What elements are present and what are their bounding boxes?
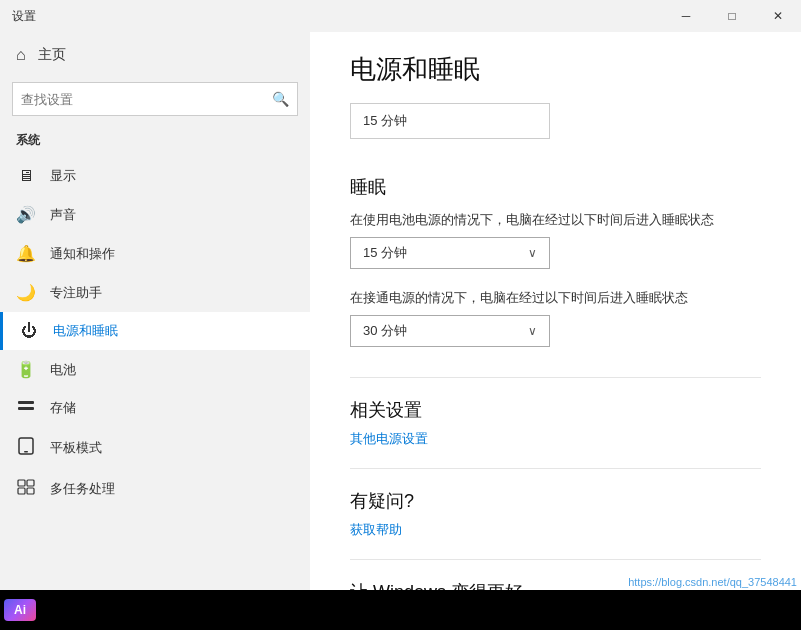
battery-sleep-chevron-icon: ∨ <box>528 246 537 260</box>
battery-icon: 🔋 <box>16 360 36 379</box>
svg-rect-4 <box>18 480 25 486</box>
main-container: 主页 🔍 系统 🖥 显示 🔊 声音 🔔 通知和操作 🌙 专注助手 ⏻ 电源和睡眠 <box>0 32 801 590</box>
plugged-sleep-value: 30 分钟 <box>363 322 407 340</box>
get-help-link[interactable]: 获取帮助 <box>350 521 761 539</box>
sound-icon: 🔊 <box>16 205 36 224</box>
battery-sleep-desc: 在使用电池电源的情况下，电脑在经过以下时间后进入睡眠状态 <box>350 211 761 229</box>
svg-rect-6 <box>18 488 25 494</box>
battery-sleep-dropdown[interactable]: 15 分钟 ∨ <box>350 237 550 269</box>
sidebar: 主页 🔍 系统 🖥 显示 🔊 声音 🔔 通知和操作 🌙 专注助手 ⏻ 电源和睡眠 <box>0 32 310 590</box>
svg-rect-7 <box>27 488 34 494</box>
sidebar-item-power[interactable]: ⏻ 电源和睡眠 <box>0 312 310 350</box>
sidebar-item-notif-label: 通知和操作 <box>50 245 115 263</box>
svg-rect-5 <box>27 480 34 486</box>
storage-icon <box>16 399 36 417</box>
faq-title: 有疑问? <box>350 489 761 513</box>
page-title: 电源和睡眠 <box>350 52 761 87</box>
plugged-sleep-desc: 在接通电源的情况下，电脑在经过以下时间后进入睡眠状态 <box>350 289 761 307</box>
focus-icon: 🌙 <box>16 283 36 302</box>
svg-rect-1 <box>18 407 34 410</box>
sidebar-item-display-label: 显示 <box>50 167 76 185</box>
display-icon: 🖥 <box>16 167 36 185</box>
sidebar-item-power-label: 电源和睡眠 <box>53 322 118 340</box>
sidebar-item-home[interactable]: 主页 <box>0 32 310 78</box>
sidebar-item-multitask[interactable]: 多任务处理 <box>0 469 310 509</box>
taskbar: Ai <box>0 590 801 630</box>
sidebar-item-notif[interactable]: 🔔 通知和操作 <box>0 234 310 273</box>
close-button[interactable]: ✕ <box>755 0 801 32</box>
sidebar-item-tablet[interactable]: 平板模式 <box>0 427 310 469</box>
sidebar-item-battery-label: 电池 <box>50 361 76 379</box>
divider-2 <box>350 468 761 469</box>
sidebar-item-sound[interactable]: 🔊 声音 <box>0 195 310 234</box>
sidebar-item-display[interactable]: 🖥 显示 <box>0 157 310 195</box>
search-icon: 🔍 <box>272 91 289 107</box>
sidebar-item-battery[interactable]: 🔋 电池 <box>0 350 310 389</box>
battery-sleep-value: 15 分钟 <box>363 244 407 262</box>
related-settings-title: 相关设置 <box>350 398 761 422</box>
content-area: 电源和睡眠 15 分钟 睡眠 在使用电池电源的情况下，电脑在经过以下时间后进入睡… <box>310 32 801 590</box>
improve-title: 让 Windows 变得更好 <box>350 580 761 590</box>
search-input[interactable] <box>21 92 272 107</box>
window-controls: ─ □ ✕ <box>663 0 801 32</box>
section-label: 系统 <box>0 128 310 157</box>
svg-rect-3 <box>24 451 28 453</box>
plugged-sleep-chevron-icon: ∨ <box>528 324 537 338</box>
sidebar-item-storage-label: 存储 <box>50 399 76 417</box>
multitask-icon <box>16 479 36 499</box>
window-title: 设置 <box>12 8 36 25</box>
plugged-sleep-dropdown[interactable]: 30 分钟 ∨ <box>350 315 550 347</box>
tablet-icon <box>16 437 36 459</box>
maximize-button[interactable]: □ <box>709 0 755 32</box>
sidebar-item-tablet-label: 平板模式 <box>50 439 102 457</box>
sleep-section-title: 睡眠 <box>350 175 761 199</box>
sidebar-item-focus-label: 专注助手 <box>50 284 102 302</box>
divider-1 <box>350 377 761 378</box>
home-icon <box>16 46 26 64</box>
sidebar-item-storage[interactable]: 存储 <box>0 389 310 427</box>
search-box[interactable]: 🔍 <box>12 82 298 116</box>
power-settings-link[interactable]: 其他电源设置 <box>350 430 761 448</box>
notif-icon: 🔔 <box>16 244 36 263</box>
home-label: 主页 <box>38 46 66 64</box>
sidebar-item-focus[interactable]: 🌙 专注助手 <box>0 273 310 312</box>
divider-3 <box>350 559 761 560</box>
power-icon: ⏻ <box>19 322 39 340</box>
ai-button[interactable]: Ai <box>4 599 36 621</box>
titlebar: 设置 ─ □ ✕ <box>0 0 801 32</box>
partial-top-item[interactable]: 15 分钟 <box>350 103 550 139</box>
svg-rect-0 <box>18 401 34 404</box>
minimize-button[interactable]: ─ <box>663 0 709 32</box>
sidebar-item-multitask-label: 多任务处理 <box>50 480 115 498</box>
sidebar-item-sound-label: 声音 <box>50 206 76 224</box>
